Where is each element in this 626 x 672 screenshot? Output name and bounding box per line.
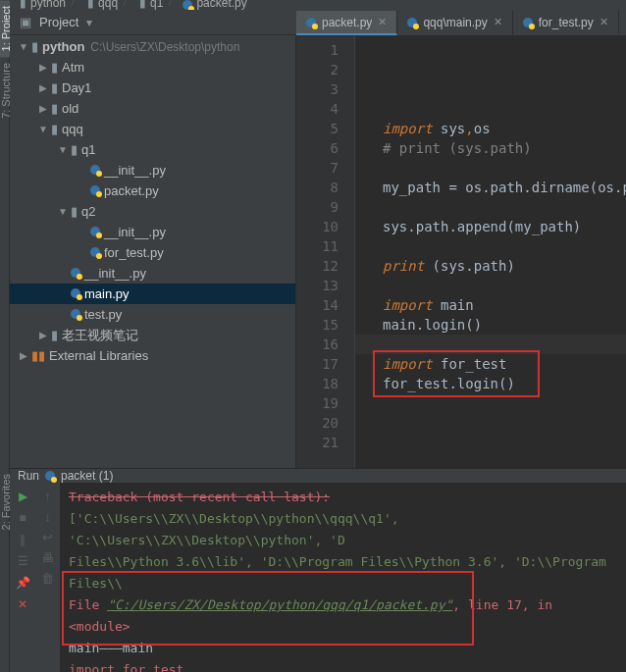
python-file-icon	[45, 471, 55, 481]
code-line[interactable]	[383, 413, 626, 433]
tab-packet[interactable]: packet.py ✕	[296, 11, 397, 35]
code-line[interactable]: import sys,os	[383, 119, 626, 138]
code-line[interactable]	[383, 433, 626, 452]
trash-icon[interactable]: 🗑	[41, 571, 54, 586]
chevron-down-icon[interactable]: ▼	[57, 206, 69, 217]
code-line[interactable]: # print (sys.path)	[383, 138, 626, 158]
tree-root-name: python	[42, 39, 84, 54]
print-icon[interactable]: 🖶	[41, 550, 54, 565]
code-line[interactable]	[383, 236, 626, 256]
tree-item-label: test.py	[84, 307, 122, 322]
tree-item[interactable]: ▼▮qqq	[10, 119, 295, 139]
project-tree[interactable]: ▼ ▮ python C:\Users\ZX\Desktop\python ▶▮…	[10, 36, 295, 468]
tree-item[interactable]: ▶▮Atm	[10, 57, 295, 78]
code-line[interactable]: import main	[383, 295, 626, 315]
crumb-4[interactable]: packet.py	[196, 0, 246, 10]
code-line[interactable]	[383, 60, 626, 79]
code-line[interactable]: sys.path.append(my_path)	[383, 217, 626, 236]
pause-icon[interactable]: ‖	[15, 532, 30, 547]
console-output[interactable]: Traceback (most recent call last): ['C:\…	[61, 483, 626, 672]
tab-main[interactable]: qqq\main.py ✕	[397, 11, 512, 35]
crumb-sep: 〉	[122, 0, 133, 10]
tree-item[interactable]: __init__.py	[10, 263, 295, 284]
tree-item[interactable]: ▼▮q1	[10, 139, 295, 160]
line-number: 5	[296, 119, 339, 138]
tab-fortest[interactable]: for_test.py ✕	[513, 11, 619, 35]
close-icon[interactable]: ✕	[378, 16, 387, 28]
rerun-icon[interactable]: ▶	[15, 489, 30, 504]
external-libraries-label: External Libraries	[49, 348, 148, 363]
library-icon: ▮▮	[31, 348, 45, 363]
code-line[interactable]: my_path = os.path.dirname(os.pa	[383, 178, 626, 197]
code-line[interactable]	[383, 276, 626, 295]
tree-item[interactable]: test.py	[10, 304, 295, 325]
crumb-folder-icon: ▮	[87, 0, 94, 10]
run-panel: Run packet (1) ▶ ■ ‖ ☰ 📌 ✕ ↑ ↓ ↩ 🖶 🗑 Tra…	[10, 468, 626, 672]
chevron-down-icon[interactable]: ▼	[57, 144, 69, 155]
code-line[interactable]	[383, 158, 626, 178]
tree-item[interactable]: __init__.py	[10, 222, 295, 242]
code-line[interactable]	[383, 79, 626, 99]
code-line[interactable]	[383, 99, 626, 119]
pin-icon[interactable]: 📌	[15, 575, 30, 591]
tab-label: qqq\main.py	[423, 16, 487, 29]
down-icon[interactable]: ↓	[44, 509, 51, 524]
tree-item[interactable]: ▶▮Day1	[10, 78, 295, 98]
crumb-sep: 〉	[70, 0, 81, 10]
line-number: 2	[296, 60, 339, 79]
chevron-down-icon[interactable]: ▼	[18, 41, 29, 52]
chevron-down-icon[interactable]: ▾	[86, 16, 92, 29]
gutter: 123456789101112131415161718192021	[296, 36, 355, 468]
line-number: 13	[296, 276, 339, 295]
chevron-right-icon[interactable]: ▶	[37, 103, 49, 114]
crumb-3[interactable]: q1	[150, 0, 163, 10]
run-panel-header[interactable]: Run packet (1)	[10, 469, 626, 483]
tree-root[interactable]: ▼ ▮ python C:\Users\ZX\Desktop\python	[10, 36, 295, 57]
crumb-1[interactable]: python	[30, 0, 66, 10]
dump-icon[interactable]: ☰	[15, 553, 30, 569]
tree-item[interactable]: packet.py	[10, 181, 295, 201]
chevron-right-icon[interactable]: ▶	[18, 350, 29, 361]
tree-item-label: Atm	[62, 60, 84, 75]
project-label[interactable]: Project	[39, 15, 78, 29]
project-view-icon: ▣	[20, 15, 31, 29]
line-number: 14	[296, 295, 339, 315]
tree-item[interactable]: __init__.py	[10, 160, 295, 181]
chevron-right-icon[interactable]: ▶	[37, 330, 49, 340]
left-tool-rail-bottom: 2: Favorites	[0, 468, 10, 672]
line-number: 19	[296, 393, 339, 413]
code-editor[interactable]: 123456789101112131415161718192021 import…	[296, 36, 626, 468]
code-line[interactable]: for_test.login()	[383, 374, 626, 393]
code-line[interactable]	[383, 40, 626, 60]
tree-item[interactable]: main.py	[10, 284, 295, 304]
close-icon[interactable]: ✕	[15, 596, 30, 612]
file-link[interactable]: "C:/Users/ZX/Desktop/python/qqq/q1/packe…	[107, 597, 452, 612]
up-icon[interactable]: ↑	[44, 489, 51, 503]
crumb-2[interactable]: qqq	[98, 0, 118, 10]
code-line[interactable]	[383, 335, 626, 354]
tree-item[interactable]: ▶▮old	[10, 98, 295, 119]
python-file-icon	[71, 307, 80, 322]
line-number: 12	[296, 256, 339, 276]
code-line[interactable]	[383, 393, 626, 413]
close-icon[interactable]: ✕	[600, 16, 608, 28]
line-number: 11	[296, 236, 339, 256]
tree-item[interactable]: ▶▮老王视频笔记	[10, 325, 295, 345]
run-label: Run	[18, 469, 39, 483]
external-libraries[interactable]: ▶ ▮▮ External Libraries	[10, 345, 295, 366]
close-icon[interactable]: ✕	[494, 16, 502, 28]
stop-icon[interactable]: ■	[15, 510, 30, 526]
code-line[interactable]	[383, 197, 626, 217]
chevron-down-icon[interactable]: ▼	[37, 124, 49, 134]
chevron-right-icon[interactable]: ▶	[37, 82, 49, 93]
line-number: 8	[296, 178, 339, 197]
code-line[interactable]: import for_test	[383, 354, 626, 374]
tree-item[interactable]: ▼▮q2	[10, 201, 295, 222]
code-area[interactable]: import sys,os# print (sys.path)my_path =…	[355, 36, 626, 468]
code-line[interactable]: main.login()	[383, 315, 626, 335]
tree-item[interactable]: for_test.py	[10, 242, 295, 263]
chevron-right-icon[interactable]: ▶	[37, 62, 49, 73]
console-line: Traceback (most recent call last):	[69, 487, 618, 508]
code-line[interactable]: print (sys.path)	[383, 256, 626, 276]
wrap-icon[interactable]: ↩	[42, 530, 53, 544]
